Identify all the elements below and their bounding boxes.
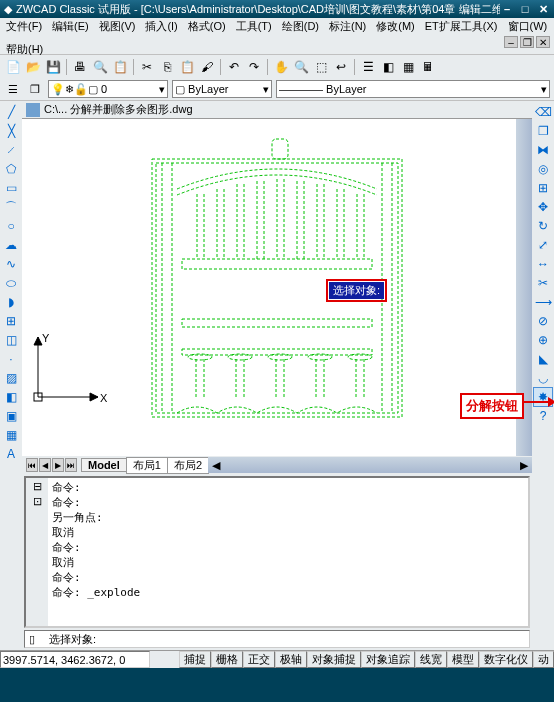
- revcloud-icon[interactable]: ☁: [2, 236, 20, 254]
- color-select[interactable]: ▢ ByLayer▾: [172, 80, 272, 98]
- cmd-icon1[interactable]: ⊟: [33, 480, 42, 493]
- polygon-icon[interactable]: ⬠: [2, 160, 20, 178]
- menu-view[interactable]: 视图(V): [97, 18, 138, 35]
- tablet-button[interactable]: 数字化仪: [479, 651, 533, 668]
- ellipse-icon[interactable]: ⬭: [2, 274, 20, 292]
- menu-tools[interactable]: 工具(T): [234, 18, 274, 35]
- menu-dim[interactable]: 标注(N): [327, 18, 368, 35]
- minimize-button[interactable]: –: [500, 2, 514, 16]
- doc-minimize[interactable]: –: [504, 36, 518, 48]
- scale-icon[interactable]: ⤢: [534, 236, 552, 254]
- rect-icon[interactable]: ▭: [2, 179, 20, 197]
- menu-help[interactable]: 帮助(H): [4, 41, 550, 58]
- zoom-icon[interactable]: 🔍: [292, 58, 310, 76]
- extend-icon[interactable]: ⟶: [534, 293, 552, 311]
- offset-icon[interactable]: ◎: [534, 160, 552, 178]
- save-icon[interactable]: 💾: [44, 58, 62, 76]
- rotate-icon[interactable]: ↻: [534, 217, 552, 235]
- design-icon[interactable]: ◧: [379, 58, 397, 76]
- menu-edit[interactable]: 编辑(E): [50, 18, 91, 35]
- layers-icon[interactable]: ❐: [26, 80, 44, 98]
- doc-restore[interactable]: ❐: [520, 36, 534, 48]
- insert-icon[interactable]: ⊞: [2, 312, 20, 330]
- model-button[interactable]: 模型: [447, 651, 479, 668]
- layermgr-icon[interactable]: ☰: [4, 80, 22, 98]
- grid-button[interactable]: 栅格: [211, 651, 243, 668]
- text-icon[interactable]: A: [2, 445, 20, 463]
- redo-icon[interactable]: ↷: [245, 58, 263, 76]
- move-icon[interactable]: ✥: [534, 198, 552, 216]
- drawing-canvas[interactable]: X Y 选择对象:: [22, 119, 516, 456]
- publish-icon[interactable]: 📋: [111, 58, 129, 76]
- menu-window[interactable]: 窗口(W): [506, 18, 550, 35]
- menu-format[interactable]: 格式(O): [186, 18, 228, 35]
- xline-icon[interactable]: ╳: [2, 122, 20, 140]
- mirror-icon[interactable]: ⧓: [534, 141, 552, 159]
- undo-icon[interactable]: ↶: [225, 58, 243, 76]
- hatch-icon[interactable]: ▨: [2, 369, 20, 387]
- command-line[interactable]: ▯ 选择对象:: [24, 630, 530, 648]
- pline-icon[interactable]: ⟋: [2, 141, 20, 159]
- lweight-button[interactable]: 线宽: [415, 651, 447, 668]
- block-icon[interactable]: ◫: [2, 331, 20, 349]
- array-icon[interactable]: ⊞: [534, 179, 552, 197]
- copy-obj-icon[interactable]: ❐: [534, 122, 552, 140]
- match-icon[interactable]: 🖌: [198, 58, 216, 76]
- ellarc-icon[interactable]: ◗: [2, 293, 20, 311]
- cut-icon[interactable]: ✂: [138, 58, 156, 76]
- arc-icon[interactable]: ⌒: [2, 198, 20, 216]
- erase-icon[interactable]: ⌫: [534, 103, 552, 121]
- props-icon[interactable]: ☰: [359, 58, 377, 76]
- polar-button[interactable]: 极轴: [275, 651, 307, 668]
- osnap-button[interactable]: 对象捕捉: [307, 651, 361, 668]
- menu-insert[interactable]: 插入(I): [143, 18, 179, 35]
- menu-et[interactable]: ET扩展工具(X): [423, 18, 500, 35]
- tab-model[interactable]: Model: [81, 458, 127, 472]
- line-icon[interactable]: ╱: [2, 103, 20, 121]
- print-icon[interactable]: 🖶: [71, 58, 89, 76]
- new-icon[interactable]: 📄: [4, 58, 22, 76]
- tab-last[interactable]: ⏭: [65, 458, 77, 472]
- fillet-icon[interactable]: ◡: [534, 369, 552, 387]
- pan-icon[interactable]: ✋: [272, 58, 290, 76]
- document-tab[interactable]: C:\... 分解并删除多余图形.dwg: [22, 101, 532, 119]
- otrack-button[interactable]: 对象追踪: [361, 651, 415, 668]
- preview-icon[interactable]: 🔍: [91, 58, 109, 76]
- circle-icon[interactable]: ○: [2, 217, 20, 235]
- table-icon[interactable]: ▦: [2, 426, 20, 444]
- zoomwin-icon[interactable]: ⬚: [312, 58, 330, 76]
- ortho-button[interactable]: 正交: [243, 651, 275, 668]
- toolpal-icon[interactable]: ▦: [399, 58, 417, 76]
- doc-close[interactable]: ✕: [536, 36, 550, 48]
- calc-icon[interactable]: 🖩: [419, 58, 437, 76]
- menu-file[interactable]: 文件(F): [4, 18, 44, 35]
- layer-select[interactable]: 💡❄🔓▢ 0▾: [48, 80, 168, 98]
- cmd-icon2[interactable]: ⊡: [33, 495, 42, 508]
- paste-icon[interactable]: 📋: [178, 58, 196, 76]
- help-icon[interactable]: ?: [534, 407, 552, 425]
- dyn-button[interactable]: 动: [533, 651, 554, 668]
- close-button[interactable]: ✕: [536, 2, 550, 16]
- maximize-button[interactable]: □: [518, 2, 532, 16]
- tab-next[interactable]: ▶: [52, 458, 64, 472]
- tab-layout2[interactable]: 布局2: [167, 457, 209, 474]
- tab-prev[interactable]: ◀: [39, 458, 51, 472]
- snap-button[interactable]: 捕捉: [179, 651, 211, 668]
- tab-first[interactable]: ⏮: [26, 458, 38, 472]
- join-icon[interactable]: ⊕: [534, 331, 552, 349]
- scrollbar-horizontal[interactable]: ◀▶: [208, 457, 532, 473]
- stretch-icon[interactable]: ↔: [534, 255, 552, 273]
- menu-draw[interactable]: 绘图(D): [280, 18, 321, 35]
- chamfer-icon[interactable]: ◣: [534, 350, 552, 368]
- menu-modify[interactable]: 修改(M): [374, 18, 417, 35]
- open-icon[interactable]: 📂: [24, 58, 42, 76]
- region-icon[interactable]: ▣: [2, 407, 20, 425]
- spline-icon[interactable]: ∿: [2, 255, 20, 273]
- point-icon[interactable]: ·: [2, 350, 20, 368]
- zoomprev-icon[interactable]: ↩: [332, 58, 350, 76]
- gradient-icon[interactable]: ◧: [2, 388, 20, 406]
- copy-icon[interactable]: ⎘: [158, 58, 176, 76]
- tab-layout1[interactable]: 布局1: [126, 457, 168, 474]
- break-icon[interactable]: ⊘: [534, 312, 552, 330]
- linetype-select[interactable]: ———— ByLayer▾: [276, 80, 550, 98]
